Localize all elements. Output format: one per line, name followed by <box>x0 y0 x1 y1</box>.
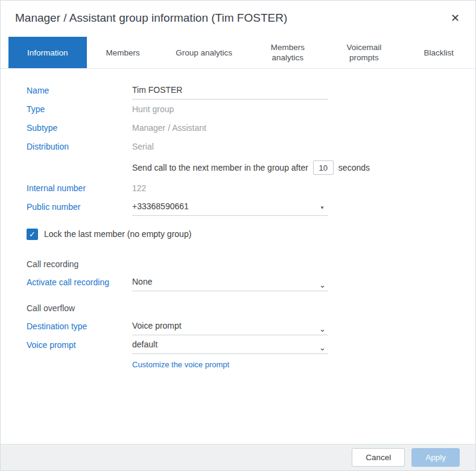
internal-number-label: Internal number <box>27 183 132 197</box>
customize-voice-prompt-link[interactable]: Customize the voice prompt <box>132 360 229 369</box>
tab-members[interactable]: Members <box>87 37 159 68</box>
destination-type-value: Voice prompt <box>132 321 182 330</box>
activate-call-recording-value: None <box>132 277 152 286</box>
chevron-down-icon[interactable]: ⌄ <box>319 281 326 289</box>
activate-call-recording-select[interactable]: None ⌄ <box>132 276 328 291</box>
subtype-value: Manager / Assistant <box>132 123 206 133</box>
dialog-footer: Cancel Apply <box>1 444 475 470</box>
distribution-row: Distribution Serial <box>27 137 475 156</box>
tab-members-analytics[interactable]: Members analytics <box>249 37 326 68</box>
public-number-value: +33368590661 <box>132 201 189 211</box>
voice-prompt-value: default <box>132 340 157 349</box>
chevron-down-icon[interactable]: ⌄ <box>319 325 326 333</box>
internal-number-value: 122 <box>132 183 146 193</box>
destination-type-select[interactable]: Voice prompt ⌄ <box>132 320 328 335</box>
information-form: Name Type Hunt group Subtype Manager / A… <box>1 69 475 369</box>
subtype-row: Subtype Manager / Assistant <box>27 118 475 137</box>
call-recording-section-header: Call recording <box>27 259 475 269</box>
tab-information[interactable]: Information <box>8 37 87 68</box>
cancel-button[interactable]: Cancel <box>352 448 405 467</box>
lock-last-member-label: Lock the last member (no empty group) <box>44 229 191 239</box>
tab-group-analytics[interactable]: Group analytics <box>159 37 249 68</box>
activate-call-recording-label: Activate call recording <box>27 277 132 291</box>
check-icon: ✓ <box>29 230 36 239</box>
public-number-select[interactable]: +33368590661 ▼ <box>132 201 328 216</box>
dialog-header: Manager / Assistant group information (T… <box>1 1 475 33</box>
destination-type-label: Destination type <box>27 321 132 335</box>
destination-type-row: Destination type Voice prompt ⌄ <box>27 317 475 335</box>
internal-number-row: Internal number 122 <box>27 179 475 197</box>
public-number-label: Public number <box>27 202 132 216</box>
chevron-down-icon[interactable]: ⌄ <box>319 344 326 352</box>
type-row: Type Hunt group <box>27 100 475 118</box>
seconds-input[interactable] <box>313 160 334 175</box>
send-call-row: Send call to the next member in the grou… <box>132 160 475 175</box>
type-label: Type <box>27 104 132 118</box>
tab-voicemail-prompts[interactable]: Voicemail prompts <box>326 37 402 68</box>
voice-prompt-row: Voice prompt default ⌄ <box>27 335 475 354</box>
type-value: Hunt group <box>132 104 174 114</box>
apply-button[interactable]: Apply <box>411 448 460 467</box>
lock-last-member-row: ✓ Lock the last member (no empty group) <box>27 226 475 242</box>
voice-prompt-label: Voice prompt <box>27 340 132 354</box>
send-call-prefix: Send call to the next member in the grou… <box>132 163 308 172</box>
public-number-row: Public number +33368590661 ▼ <box>27 197 475 216</box>
dialog-title: Manager / Assistant group information (T… <box>15 11 287 25</box>
lock-last-member-checkbox[interactable]: ✓ <box>27 229 38 240</box>
subtype-label: Subtype <box>27 123 132 137</box>
tab-blacklist[interactable]: Blacklist <box>402 37 475 68</box>
activate-call-recording-row: Activate call recording None ⌄ <box>27 273 475 291</box>
tab-bar: Information Members Group analytics Memb… <box>1 37 475 69</box>
name-input[interactable] <box>132 85 328 95</box>
send-call-suffix: seconds <box>338 163 370 172</box>
voice-prompt-select[interactable]: default ⌄ <box>132 339 328 354</box>
call-overflow-section-header: Call overflow <box>27 303 475 313</box>
distribution-value: Serial <box>132 142 154 151</box>
name-label: Name <box>27 86 132 100</box>
dropdown-triangle-icon[interactable]: ▼ <box>320 205 325 210</box>
distribution-label: Distribution <box>27 142 132 156</box>
close-icon[interactable]: ✕ <box>448 11 462 25</box>
name-row: Name <box>27 81 475 100</box>
